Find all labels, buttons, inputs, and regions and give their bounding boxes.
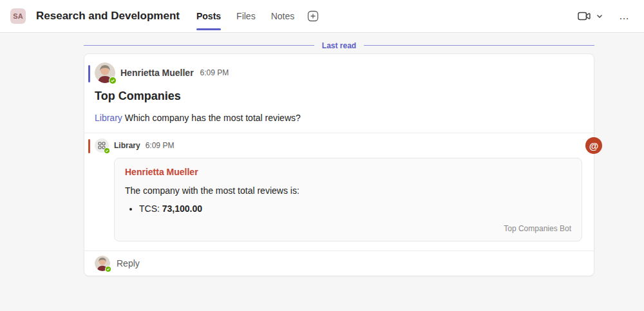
reply-button[interactable]: Reply bbox=[84, 251, 594, 276]
reply-presence-icon bbox=[105, 266, 111, 272]
card-result-list: TCS: 73,100.00 bbox=[130, 203, 571, 214]
unread-indicator-bar bbox=[88, 65, 90, 82]
bot-reply-message: Library 6:09 PM @ Henrietta Mueller The … bbox=[84, 133, 594, 250]
message-question-text: Which company has the most total reviews… bbox=[125, 113, 301, 123]
last-read-divider: Last read bbox=[84, 33, 594, 50]
presence-available-icon bbox=[109, 77, 117, 84]
at-mention-badge: @ bbox=[585, 137, 602, 154]
message-subject: Top Companies bbox=[95, 90, 583, 103]
bot-timestamp: 6:09 PM bbox=[146, 141, 175, 150]
video-camera-icon bbox=[576, 8, 592, 24]
library-mention-link[interactable]: Library bbox=[95, 113, 122, 123]
bot-presence-icon bbox=[104, 147, 110, 154]
more-options-button[interactable]: … bbox=[615, 10, 634, 23]
add-tab-button[interactable] bbox=[305, 8, 321, 24]
adaptive-card: Henrietta Mueller The company with the m… bbox=[114, 158, 582, 241]
team-avatar[interactable]: SA bbox=[10, 8, 26, 24]
channel-header: SA Research and Development Posts Files … bbox=[0, 0, 644, 33]
thread-card: Henrietta Mueller 6:09 PM Top Companies … bbox=[84, 53, 594, 276]
bot-avatar[interactable] bbox=[95, 138, 109, 153]
message-timestamp: 6:09 PM bbox=[200, 68, 229, 77]
chevron-down-icon[interactable] bbox=[596, 12, 603, 20]
last-read-line-left bbox=[84, 45, 314, 46]
channel-tabs: Posts Files Notes bbox=[189, 0, 321, 33]
channel-title: Research and Development bbox=[36, 10, 180, 23]
tab-notes[interactable]: Notes bbox=[263, 0, 303, 33]
last-read-label: Last read bbox=[322, 41, 356, 50]
reply-user-avatar bbox=[95, 256, 110, 271]
card-result-item: TCS: 73,100.00 bbox=[139, 203, 571, 214]
card-bot-attribution: Top Companies Bot bbox=[125, 224, 571, 233]
mention-indicator-bar bbox=[88, 139, 90, 153]
posts-pane: Last read bbox=[0, 33, 644, 311]
author-name[interactable]: Henrietta Mueller bbox=[120, 68, 194, 78]
meet-now-button[interactable] bbox=[574, 7, 606, 25]
root-message: Henrietta Mueller 6:09 PM Top Companies … bbox=[84, 54, 594, 133]
tab-posts[interactable]: Posts bbox=[189, 0, 229, 33]
plus-square-icon bbox=[307, 10, 319, 22]
card-recipient-name: Henrietta Mueller bbox=[125, 167, 571, 177]
author-avatar[interactable] bbox=[95, 62, 115, 83]
last-read-line-right bbox=[364, 45, 594, 46]
card-answer-text: The company with the most total reviews … bbox=[125, 185, 571, 196]
reply-label: Reply bbox=[117, 258, 140, 269]
message-body: Library Which company has the most total… bbox=[95, 112, 583, 124]
result-value: 73,100.00 bbox=[162, 203, 202, 214]
tab-files[interactable]: Files bbox=[229, 0, 263, 33]
result-label: TCS: bbox=[139, 203, 162, 214]
bot-name[interactable]: Library bbox=[114, 141, 140, 150]
